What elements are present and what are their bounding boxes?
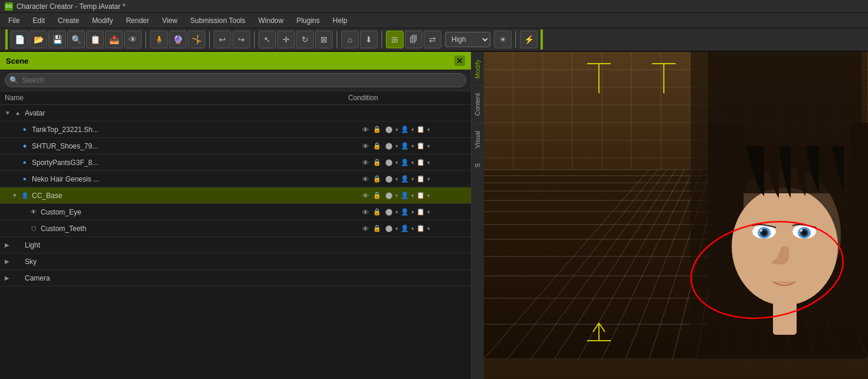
tab-modify[interactable]: Modify [471,52,484,85]
snap-button[interactable]: ⚡ [520,31,538,48]
export-ctrl-arrow[interactable]: ▾ [427,160,430,166]
transfer-button[interactable]: ⇄ [424,31,441,48]
person-icon[interactable]: 👤 [399,190,410,201]
view-button[interactable]: 👁 [124,31,142,48]
visibility-icon[interactable]: 👁 [360,207,371,217]
person-icon[interactable]: 👤 [399,141,410,151]
search-input[interactable] [5,73,466,87]
person-icon[interactable]: 👤 [399,174,410,184]
expand-icon[interactable]: ▼ [5,110,13,116]
menu-submission[interactable]: Submission Tools [185,15,251,27]
menu-edit[interactable]: Edit [27,15,51,27]
export2-button[interactable]: 📋 [86,31,104,48]
list-item-light[interactable]: ▶ Light [0,237,471,253]
sphere-icon[interactable]: ⬤ [384,141,394,151]
home-button[interactable]: ⌂ [341,31,359,48]
sphere-arrow[interactable]: ▾ [395,226,398,232]
lock-icon[interactable]: 🔒 [372,174,382,184]
person-icon[interactable]: 👤 [399,207,410,217]
open-button[interactable]: 📂 [30,31,47,48]
pose-button[interactable]: 🤸 [188,31,205,48]
person-arrow[interactable]: ▾ [411,226,414,232]
mesh-button[interactable]: 🔮 [169,31,186,48]
copy-button[interactable]: 🗐 [405,31,422,48]
grid-button[interactable]: ⊞ [386,31,404,48]
visibility-icon[interactable]: 👁 [360,190,371,201]
import-button[interactable]: 🔍 [67,31,85,48]
person-arrow[interactable]: ▾ [411,127,414,133]
visibility-icon[interactable]: 👁 [360,223,371,234]
menu-render[interactable]: Render [120,15,155,27]
sphere-arrow[interactable]: ▾ [395,209,398,215]
menu-plugins[interactable]: Plugins [290,15,325,27]
export-button[interactable]: 📤 [105,31,123,48]
undo-button[interactable]: ↩ [214,31,231,48]
menu-help[interactable]: Help [327,15,353,27]
sphere-icon[interactable]: ⬤ [384,223,394,234]
expand-icon[interactable]: ▼ [12,192,20,199]
scene-close-button[interactable]: ✕ [454,55,465,66]
lock-icon[interactable]: 🔒 [372,141,382,151]
visibility-icon[interactable]: 👁 [360,174,371,184]
export-ctrl-arrow[interactable]: ▾ [427,193,430,199]
tab-content[interactable]: Content [471,85,484,123]
sphere-arrow[interactable]: ▾ [395,193,398,199]
expand-icon[interactable]: ▶ [5,275,13,281]
sphere-icon[interactable]: ⬤ [384,157,394,168]
export-ctrl-arrow[interactable]: ▾ [427,209,430,215]
list-item-hair[interactable]: ■ Neko Hair Genesis ... 👁 🔒 ⬤ ▾ 👤 ▾ 📋 ▾ [0,171,471,187]
person-icon[interactable]: 👤 [399,124,410,135]
quality-dropdown[interactable]: Low Medium High Ultra [445,32,490,47]
export-ctrl-icon[interactable]: 📋 [415,157,426,168]
menu-create[interactable]: Create [52,15,85,27]
lock-icon[interactable]: 🔒 [372,207,382,217]
tab-visual[interactable]: Visual [471,123,484,156]
move-button[interactable]: ✛ [277,31,295,48]
person-arrow[interactable]: ▾ [411,193,414,199]
export-ctrl-icon[interactable]: 📋 [415,190,426,201]
person-icon[interactable]: 👤 [399,223,410,234]
list-item-tanktop[interactable]: ■ TankTop_23221.Sh... 👁 🔒 ⬤ ▾ 👤 ▾ 📋 ▾ [0,121,471,138]
sphere-arrow[interactable]: ▾ [395,176,398,182]
sphere-icon[interactable]: ⬤ [384,174,394,184]
lock-icon[interactable]: 🔒 [372,124,382,135]
save-button[interactable]: 💾 [48,31,66,48]
menu-view[interactable]: View [156,15,184,27]
list-item-pants[interactable]: ■ SportyPantsG3F_8... 👁 🔒 ⬤ ▾ 👤 ▾ 📋 ▾ [0,154,471,171]
select-button[interactable]: ↖ [258,31,276,48]
list-item-avatar[interactable]: ▼ ▲ Avatar [0,105,471,121]
list-item-camera[interactable]: ▶ Camera [0,270,471,286]
expand-icon[interactable]: ▶ [5,258,13,265]
sphere-arrow[interactable]: ▾ [395,160,398,166]
person-arrow[interactable]: ▾ [411,176,414,182]
export-ctrl-arrow[interactable]: ▾ [427,127,430,133]
sphere-icon[interactable]: ⬤ [384,190,394,201]
lock-icon[interactable]: 🔒 [372,190,382,201]
sphere-icon[interactable]: ⬤ [384,207,394,217]
expand-icon[interactable]: ▶ [5,242,13,248]
menu-window[interactable]: Window [253,15,290,27]
export-ctrl-arrow[interactable]: ▾ [427,226,430,232]
export-ctrl-arrow[interactable]: ▾ [427,143,430,149]
list-item-shoes[interactable]: ◆ SHTUR_Shoes_79... 👁 🔒 ⬤ ▾ 👤 ▾ 📋 ▾ [0,138,471,154]
down-button[interactable]: ⬇ [360,31,378,48]
export-ctrl-icon[interactable]: 📋 [415,207,426,217]
list-item-cc-base[interactable]: ▼ 👤 CC_Base 👁 🔒 ⬤ ▾ 👤 ▾ 📋 ▾ [0,187,471,204]
rotate-button[interactable]: ↻ [296,31,314,48]
person-arrow[interactable]: ▾ [411,143,414,149]
person-icon[interactable]: 👤 [399,157,410,168]
menu-file[interactable]: File [2,15,25,27]
export-ctrl-arrow[interactable]: ▾ [427,176,430,182]
lock-icon[interactable]: 🔒 [372,157,382,168]
lock-icon[interactable]: 🔒 [372,223,382,234]
visibility-icon[interactable]: 👁 [360,124,371,135]
scale-button[interactable]: ⊠ [315,31,333,48]
person-arrow[interactable]: ▾ [411,160,414,166]
tab-s[interactable]: S [471,156,484,174]
person-arrow[interactable]: ▾ [411,209,414,215]
redo-button[interactable]: ↪ [232,31,250,48]
sun-button[interactable]: ☀ [494,31,512,48]
visibility-icon[interactable]: 👁 [360,141,371,151]
export-ctrl-icon[interactable]: 📋 [415,223,426,234]
visibility-icon[interactable]: 👁 [360,157,371,168]
